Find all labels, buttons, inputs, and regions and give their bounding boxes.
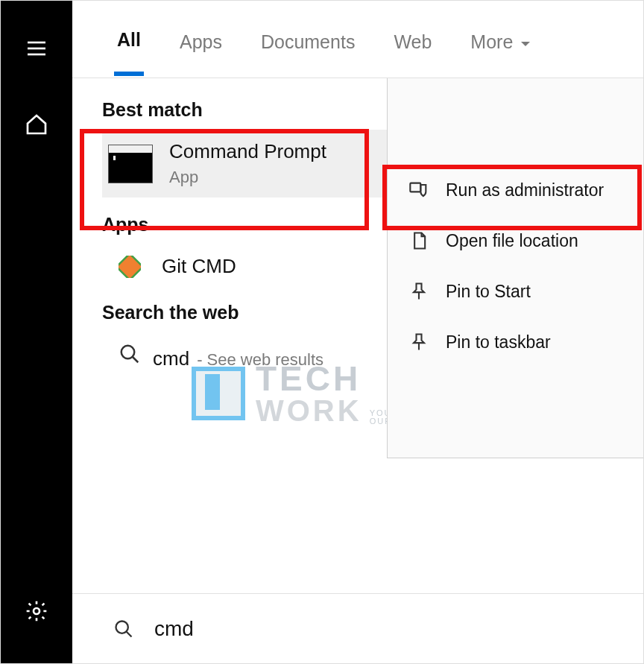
pin-icon bbox=[408, 281, 429, 302]
hamburger-icon bbox=[25, 37, 48, 60]
result-subtitle: App bbox=[169, 168, 326, 187]
result-command-prompt[interactable]: Command Prompt App bbox=[102, 130, 394, 197]
svg-point-9 bbox=[116, 621, 128, 633]
search-panel: All Apps Documents Web More Best match C… bbox=[72, 1, 643, 663]
tab-more[interactable]: More bbox=[467, 22, 535, 74]
web-hint: - See web results bbox=[197, 350, 323, 370]
result-git-cmd[interactable]: Git CMD bbox=[102, 244, 385, 288]
shield-icon bbox=[408, 180, 429, 200]
pin-icon bbox=[408, 332, 429, 352]
search-icon bbox=[119, 343, 141, 365]
gear-icon bbox=[25, 599, 48, 623]
ctx-run-as-admin[interactable]: Run as administrator bbox=[388, 165, 643, 215]
start-sidebar bbox=[1, 1, 72, 663]
hamburger-button[interactable] bbox=[19, 31, 54, 66]
svg-line-10 bbox=[127, 631, 132, 636]
search-input[interactable]: cmd bbox=[154, 617, 194, 641]
settings-button[interactable] bbox=[19, 593, 54, 629]
result-title: Git CMD bbox=[162, 255, 236, 278]
ctx-pin-to-start[interactable]: Pin to Start bbox=[388, 266, 643, 317]
svg-line-7 bbox=[133, 357, 139, 363]
tab-apps[interactable]: Apps bbox=[177, 22, 225, 74]
svg-rect-8 bbox=[410, 183, 420, 192]
command-prompt-icon bbox=[108, 145, 153, 183]
svg-point-6 bbox=[121, 346, 135, 359]
tab-web[interactable]: Web bbox=[391, 22, 435, 74]
chevron-down-icon bbox=[519, 37, 532, 51]
context-menu: Run as administrator Open file location … bbox=[387, 78, 643, 458]
ctx-open-file-location[interactable]: Open file location bbox=[388, 215, 643, 266]
filter-tabs: All Apps Documents Web More bbox=[72, 1, 643, 78]
home-button[interactable] bbox=[19, 107, 54, 142]
search-bar[interactable]: cmd bbox=[72, 593, 643, 663]
svg-point-3 bbox=[34, 608, 40, 614]
ctx-label: Pin to Start bbox=[446, 282, 531, 302]
result-title: Command Prompt bbox=[169, 140, 326, 163]
tab-more-label: More bbox=[470, 31, 513, 53]
web-term: cmd bbox=[153, 347, 189, 370]
ctx-label: Pin to taskbar bbox=[446, 332, 551, 352]
file-icon bbox=[408, 230, 429, 251]
ctx-label: Run as administrator bbox=[446, 180, 604, 200]
svg-rect-4 bbox=[119, 256, 141, 278]
git-icon bbox=[119, 256, 141, 278]
ctx-label: Open file location bbox=[446, 231, 578, 251]
ctx-pin-to-taskbar[interactable]: Pin to taskbar bbox=[388, 317, 643, 367]
search-icon bbox=[113, 618, 135, 640]
tab-documents[interactable]: Documents bbox=[258, 22, 358, 74]
home-icon bbox=[25, 113, 48, 136]
tab-all[interactable]: All bbox=[114, 20, 144, 76]
